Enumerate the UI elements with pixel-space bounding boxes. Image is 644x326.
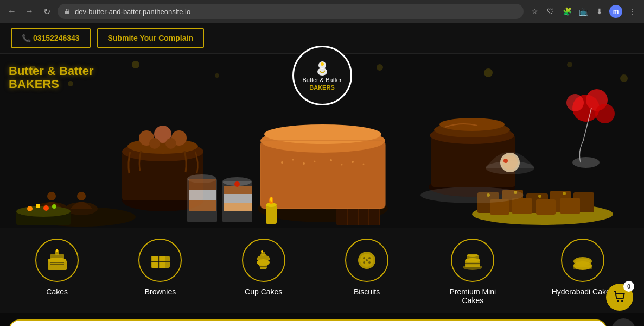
browser-chrome: ← → ↻ dev-butter-and-batter.pantheonsite…	[0, 0, 644, 23]
mini-cake-icon	[461, 248, 485, 273]
svg-point-133	[621, 300, 623, 302]
brand-line2: BAKERS	[9, 78, 93, 91]
complaint-button[interactable]: Submite Your Complain	[97, 28, 204, 48]
svg-point-15	[47, 192, 56, 200]
svg-point-36	[330, 159, 332, 161]
cast-button[interactable]: 📺	[577, 5, 590, 18]
svg-point-118	[363, 261, 365, 264]
brownies-label: Brownies	[145, 287, 176, 296]
svg-rect-48	[189, 190, 216, 200]
search-button[interactable]	[611, 318, 635, 326]
svg-point-32	[281, 161, 283, 164]
svg-point-120	[366, 259, 368, 261]
svg-rect-104	[160, 256, 165, 261]
brownies-icon	[148, 248, 173, 273]
biscuit-icon	[355, 248, 379, 273]
svg-point-17	[77, 192, 86, 200]
menu-button[interactable]: ⋮	[626, 5, 639, 18]
search-input[interactable]	[9, 319, 607, 326]
brand-line1: Butter & Batter	[9, 65, 93, 78]
svg-rect-52	[224, 203, 252, 211]
svg-rect-53	[224, 194, 252, 203]
phone-button[interactable]: 📞 03152246343	[11, 28, 91, 48]
svg-point-83	[538, 195, 541, 198]
website: 📞 03152246343 Submite Your Complain Butt…	[0, 23, 644, 326]
svg-point-88	[566, 94, 584, 111]
svg-rect-56	[266, 205, 277, 224]
user-avatar[interactable]: m	[609, 5, 622, 18]
svg-point-25	[149, 138, 160, 149]
cart-badge[interactable]: 0	[606, 284, 633, 311]
download-button[interactable]: ⬇	[593, 5, 606, 18]
svg-point-55	[234, 181, 240, 187]
svg-point-84	[563, 192, 566, 195]
svg-rect-106	[160, 262, 165, 268]
svg-rect-54	[224, 186, 252, 194]
svg-point-37	[341, 164, 343, 166]
svg-point-119	[368, 261, 371, 264]
category-brownies[interactable]: Brownies	[133, 239, 187, 296]
premium-mini-cakes-label: Premium Mini Cakes	[443, 287, 502, 305]
cake-icon	[45, 248, 69, 273]
cupcakes-label: Cup Cakes	[245, 287, 282, 296]
lock-icon	[64, 8, 71, 15]
svg-point-12	[620, 74, 628, 82]
svg-point-38	[352, 161, 354, 163]
svg-point-33	[292, 159, 294, 161]
svg-point-64	[43, 205, 49, 211]
svg-rect-80	[560, 198, 580, 214]
svg-point-125	[467, 254, 479, 257]
category-hyderabadi[interactable]: Hyderabadi Cakes	[552, 239, 614, 296]
hyderabadi-icon	[571, 248, 595, 273]
chef-icon	[314, 60, 330, 76]
search-bar-container	[0, 313, 644, 326]
svg-point-9	[377, 64, 383, 71]
svg-point-113	[261, 250, 263, 253]
svg-point-8	[215, 73, 219, 78]
cupcake-icon	[251, 248, 276, 273]
svg-point-132	[617, 300, 619, 302]
svg-point-2	[317, 68, 327, 76]
premium-mini-cakes-icon-circle	[451, 239, 494, 282]
bookmark-button[interactable]: ☆	[528, 5, 541, 18]
cakes-label: Cakes	[46, 287, 68, 296]
svg-point-3	[321, 62, 324, 66]
svg-point-62	[27, 206, 33, 211]
category-cakes[interactable]: Cakes	[30, 239, 84, 296]
shield-button[interactable]: 🛡	[544, 5, 557, 18]
hyderabadi-icon-circle	[561, 239, 604, 282]
svg-rect-0	[65, 11, 69, 14]
svg-point-34	[303, 162, 305, 165]
cakes-icon-circle	[35, 239, 79, 282]
svg-point-35	[314, 161, 316, 162]
category-biscuits[interactable]: Biscuits	[340, 239, 394, 296]
svg-point-117	[368, 257, 371, 259]
logo-circle[interactable]: Butter & Batter BAKERS	[292, 46, 352, 105]
refresh-button[interactable]: ↻	[40, 5, 53, 18]
svg-point-90	[420, 187, 524, 203]
svg-rect-103	[152, 256, 158, 261]
svg-point-10	[484, 68, 493, 77]
category-premium-mini-cakes[interactable]: Premium Mini Cakes	[443, 239, 502, 305]
cupcakes-icon-circle	[242, 239, 285, 282]
category-cupcakes[interactable]: Cup Cakes	[237, 239, 291, 296]
svg-point-94	[503, 159, 508, 163]
forward-button[interactable]: →	[23, 5, 36, 18]
url-bar[interactable]: dev-butter-and-batter.pantheonsite.io	[58, 4, 524, 19]
extensions-button[interactable]: 🧩	[560, 5, 573, 18]
logo-text: Butter & Batter BAKERS	[302, 76, 341, 92]
svg-point-99	[56, 249, 58, 252]
url-text: dev-butter-and-batter.pantheonsite.io	[75, 8, 190, 16]
cart-count: 0	[623, 281, 634, 292]
svg-point-63	[36, 204, 40, 208]
svg-point-87	[595, 104, 615, 123]
cart-icon	[613, 290, 627, 304]
back-button[interactable]: ←	[5, 5, 18, 18]
biscuits-icon-circle	[345, 239, 388, 282]
biscuits-label: Biscuits	[354, 287, 380, 296]
svg-rect-47	[189, 200, 216, 211]
hyderabadi-label: Hyderabadi Cakes	[552, 287, 614, 296]
svg-point-7	[132, 61, 139, 68]
svg-point-39	[363, 164, 365, 165]
svg-rect-49	[189, 179, 216, 190]
